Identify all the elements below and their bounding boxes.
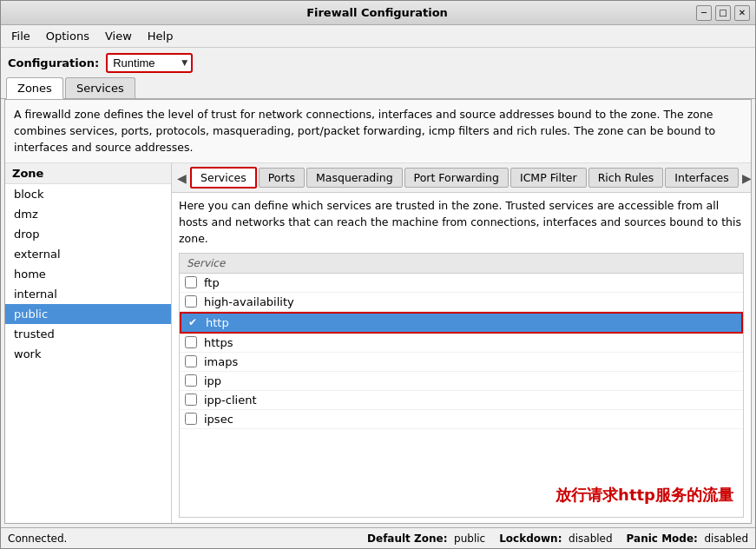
zone-item-home[interactable]: home [5,264,171,284]
zone-panel: Zone block dmz drop external home intern… [5,163,751,523]
scroll-left-button[interactable]: ◀ [175,171,188,185]
service-checkbox-high-availability[interactable] [185,295,197,308]
main-tabs: Zones Services [1,77,755,99]
service-row-imaps[interactable]: imaps [180,353,743,372]
sub-tab-icmp-filter[interactable]: ICMP Filter [510,168,587,188]
service-checkbox-https[interactable] [185,336,197,348]
services-description: Here you can define which services are t… [179,198,744,247]
service-check-icon-http: ✔ [187,316,199,328]
sub-tab-rich-rules[interactable]: Rich Rules [588,168,664,188]
zone-list-header: Zone [5,163,171,184]
service-checkbox-ipp[interactable] [185,374,197,387]
title-bar: Firewall Configuration ─ □ ✕ [1,1,755,25]
service-name-high-availability: high-availability [204,295,294,308]
service-name-ipp-client: ipp-client [204,394,257,407]
zone-item-trusted[interactable]: trusted [5,324,171,344]
main-window: Firewall Configuration ─ □ ✕ File Option… [0,0,756,549]
service-row-ipsec[interactable]: ipsec [180,410,743,429]
menu-bar: File Options View Help [1,25,755,48]
sub-tab-port-forwarding[interactable]: Port Forwarding [404,168,509,188]
service-name-imaps: imaps [204,355,238,368]
service-checkbox-imaps[interactable] [185,355,197,367]
service-row-https[interactable]: https [180,334,743,353]
services-content: Here you can define which services are t… [172,193,751,523]
description-text: A firewalld zone defines the level of tr… [5,100,751,163]
services-list: ftp high-availability ✔ http [180,274,743,518]
zone-list: block dmz drop external home internal pu… [5,184,171,523]
config-dropdown[interactable]: Runtime Permanent [106,53,193,73]
zone-item-dmz[interactable]: dmz [5,204,171,224]
zone-item-block[interactable]: block [5,184,171,204]
menu-view[interactable]: View [98,28,139,44]
service-name-ipp: ipp [204,374,221,387]
maximize-button[interactable]: □ [715,5,731,21]
service-row-ftp[interactable]: ftp [180,274,743,293]
window-title: Firewall Configuration [58,6,696,19]
sub-tab-services[interactable]: Services [190,167,257,189]
service-checkbox-ipp-client[interactable] [185,394,197,406]
service-name-http: http [206,316,229,329]
zone-item-public[interactable]: public [5,304,171,324]
zone-item-internal[interactable]: internal [5,284,171,304]
tab-zones[interactable]: Zones [6,77,63,99]
right-panel: ◀ Services Ports Masquerading Port Forwa… [172,163,751,523]
service-row-high-availability[interactable]: high-availability [180,293,743,312]
content-area: A firewalld zone defines the level of tr… [4,99,752,524]
sub-tabs-container: ◀ Services Ports Masquerading Port Forwa… [172,163,751,193]
services-table: Service ftp high-availability [179,253,744,519]
scroll-right-button[interactable]: ▶ [740,171,751,185]
sub-tab-interfaces[interactable]: Interfaces [665,168,738,188]
status-connected: Connected. [8,532,67,545]
service-row-ipp[interactable]: ipp [180,372,743,391]
service-name-ftp: ftp [204,276,220,289]
service-row-ipp-client[interactable]: ipp-client [180,391,743,410]
zone-item-external[interactable]: external [5,244,171,264]
service-name-ipsec: ipsec [204,413,233,426]
service-name-https: https [204,336,233,349]
minimize-button[interactable]: ─ [696,5,712,21]
tab-services[interactable]: Services [65,77,135,98]
menu-file[interactable]: File [4,28,37,44]
window-controls: ─ □ ✕ [696,5,750,21]
sub-tab-ports[interactable]: Ports [259,168,305,188]
menu-help[interactable]: Help [141,28,181,44]
service-row-http[interactable]: ✔ http [180,312,743,334]
status-bar: Connected. Default Zone: public Lockdown… [1,527,755,548]
service-checkbox-ipsec[interactable] [185,413,197,425]
zone-item-work[interactable]: work [5,344,171,364]
menu-options[interactable]: Options [39,28,96,44]
zone-list-container: Zone block dmz drop external home intern… [5,163,172,523]
config-bar: Configuration: Runtime Permanent [1,48,755,77]
status-info: Default Zone: public Lockdown: disabled … [367,532,748,545]
config-select-wrapper: Runtime Permanent [106,53,193,73]
status-lockdown: Lockdown: disabled [499,532,612,545]
services-table-header: Service [180,254,743,274]
sub-tab-masquerading[interactable]: Masquerading [306,168,403,188]
status-default-zone: Default Zone: public [367,532,485,545]
config-label: Configuration: [8,56,99,69]
close-button[interactable]: ✕ [734,5,750,21]
service-checkbox-ftp[interactable] [185,276,197,288]
zone-item-drop[interactable]: drop [5,224,171,244]
status-panic-mode: Panic Mode: disabled [627,532,748,545]
